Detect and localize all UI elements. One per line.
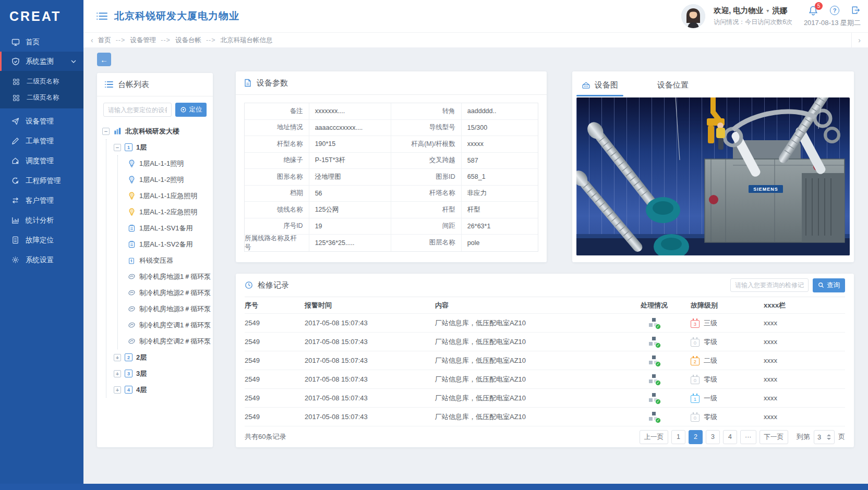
sidebar-item-home[interactable]: 首页 (0, 32, 83, 52)
breadcrumb-forward-icon[interactable]: › (858, 36, 861, 44)
table-row: 2549 2017-05-08 15:07:43 厂站信息库，低压配电室AZ10… (245, 333, 845, 351)
list-menu-icon[interactable] (97, 12, 107, 20)
next-page-button[interactable]: 下一页 (760, 430, 789, 444)
breadcrumb-item-device-ledger[interactable]: 设备台帐 (175, 36, 201, 45)
tree-leaf[interactable]: 制冷机房地源1＃循环泵 (127, 268, 209, 285)
tree-leaf[interactable]: 1层AL-1-1应急照明 (127, 188, 209, 204)
sidebar-submenu: 二级页名称 二级页名称 (0, 71, 83, 108)
expand-toggle[interactable]: + (114, 354, 121, 361)
floor-icon: 4 (125, 386, 132, 394)
collapse-toggle[interactable]: − (102, 128, 110, 135)
sidebar-item-label: 统计分析 (26, 216, 54, 225)
maintenance-table: 序号 报警时间 内容 处理情况 故障级别 xxxx栏 2549 2017-05-… (245, 297, 845, 426)
tree-node-floor-1[interactable]: − 1 1层 (114, 139, 209, 155)
tree-leaf[interactable]: 1层AL-1-2照明 (127, 172, 209, 188)
goto-page-stepper[interactable]: 3 (814, 430, 835, 444)
notification-bell-icon[interactable]: 5 (808, 5, 818, 16)
sidebar-item-system-settings[interactable]: 系统设置 (0, 250, 83, 270)
device-brand-label: SIEMENS (753, 187, 778, 192)
sidebar-item-system-monitor[interactable]: 系统监测 (0, 52, 83, 71)
collapse-toggle[interactable]: − (114, 144, 121, 151)
sidebar-item-fault-locate[interactable]: 故障定位 (0, 230, 83, 250)
process-status-icon: ✓ (649, 318, 659, 328)
maintenance-search-input[interactable] (730, 278, 809, 292)
breadcrumb-item-home[interactable]: 首页 (98, 36, 111, 45)
avatar[interactable] (681, 4, 705, 28)
bottom-bar (0, 484, 868, 490)
tree-node-floor-3[interactable]: + 3 3层 (114, 365, 209, 382)
sidebar-item-label: 设备管理 (26, 117, 54, 126)
tree-leaf[interactable]: 1层AL-1-SV1备用 (127, 220, 209, 236)
ellipsis-button[interactable]: ··· (740, 430, 756, 444)
process-status-icon: ✓ (649, 412, 659, 422)
panel-title: 检修记录 (258, 280, 289, 290)
notification-badge: 5 (815, 2, 823, 10)
tree-leaf[interactable]: 1层AL-1-1照明 (127, 155, 209, 172)
page-button-2-active[interactable]: 2 (689, 430, 703, 444)
tab-device-image[interactable]: 设备图 (576, 80, 623, 96)
page-button-1[interactable]: 1 (671, 430, 685, 444)
expand-toggle[interactable]: + (114, 370, 121, 377)
tree-node-floor-4[interactable]: + 4 4层 (114, 382, 209, 398)
process-status-icon: ✓ (649, 337, 659, 347)
breadcrumb-item-current: 北京科瑞台帐信息 (221, 36, 273, 45)
tree-leaf[interactable]: 制冷机房地源3＃循环泵 (127, 301, 209, 317)
back-button[interactable]: ← (97, 53, 111, 66)
tree-node-root[interactable]: − 北京科锐研发大楼 (102, 123, 209, 139)
breadcrumb-item-device-mgmt[interactable]: 设备管理 (130, 36, 156, 45)
pump-icon (127, 273, 136, 281)
tree-leaf[interactable]: 1层AL-1-2应急照明 (127, 204, 209, 220)
user-dropdown-arrow-icon[interactable]: ▾ (766, 8, 769, 14)
sidebar-item-dispatch-mgmt[interactable]: 调度管理 (0, 151, 83, 170)
process-status-icon: ✓ (649, 374, 659, 384)
locate-button[interactable]: 定位 (175, 103, 207, 117)
page-button-4[interactable]: 4 (723, 430, 737, 444)
grid-icon (13, 78, 21, 86)
tree-leaf[interactable]: 制冷机房地源2＃循环泵 (127, 285, 209, 301)
sidebar-item-device-mgmt[interactable]: 设备管理 (0, 112, 83, 131)
bulb-icon (127, 192, 136, 200)
records-total: 共有60条记录 (245, 432, 286, 442)
breadcrumb-back-icon[interactable]: ‹ (91, 36, 93, 44)
tree-node-floor-2[interactable]: + 2 2层 (114, 349, 209, 365)
fault-level-icon: 3 (691, 320, 700, 328)
goto-prefix: 到第 (797, 432, 810, 442)
tree-leaf[interactable]: 制冷机房空调2＃循环泵 (127, 333, 209, 349)
tree-leaf[interactable]: 科锐变压器 (127, 252, 209, 268)
sidebar-item-label: 二级页名称 (27, 77, 59, 86)
page-title: 北京科锐研发大厦电力物业 (114, 9, 239, 23)
sidebar-item-label: 客户管理 (26, 196, 54, 205)
sidebar-item-statistics[interactable]: 统计分析 (0, 211, 83, 230)
paper-plane-icon (11, 117, 20, 126)
tab-device-location[interactable]: 设备位置 (652, 80, 694, 96)
sidebar: CREAT 首页 系统监测 二级页名称 二级页名称 设备管理 工单管理 调度管理 (0, 0, 83, 490)
sidebar-item-workorder-mgmt[interactable]: 工单管理 (0, 131, 83, 151)
query-button[interactable]: 查询 (813, 278, 845, 292)
swap-arrows-icon (11, 197, 20, 205)
sidebar-item-customer-mgmt[interactable]: 客户管理 (0, 191, 83, 210)
fault-level-icon: 2 (691, 358, 700, 365)
transformer-icon (127, 256, 136, 265)
sidebar-subitem-secondary-page-2[interactable]: 二级页名称 (0, 90, 83, 106)
device-locate-input[interactable] (103, 103, 172, 117)
help-icon[interactable]: ? (830, 6, 839, 15)
home-building-icon (11, 157, 20, 165)
pump-icon (127, 321, 136, 329)
breadcrumb-separator: --> (116, 36, 126, 44)
prev-page-button[interactable]: 上一页 (640, 430, 669, 444)
ledger-list-panel: 台帐列表 定位 − 北京科锐研发大楼 − 1 (97, 73, 213, 447)
tree-leaf[interactable]: 1层AL-1-SV2备用 (127, 236, 209, 252)
engineer-icon (11, 177, 20, 185)
tree-node-label: 4层 (136, 385, 147, 395)
username[interactable]: 洪娜 (772, 6, 787, 16)
tree-node-label: 2层 (136, 353, 147, 362)
page-button-3[interactable]: 3 (706, 430, 720, 444)
sidebar-item-label: 调度管理 (26, 156, 54, 166)
panel-title: 台帐列表 (118, 80, 149, 90)
sidebar-item-engineer-mgmt[interactable]: 工程师管理 (0, 171, 83, 190)
expand-toggle[interactable]: + (114, 386, 121, 394)
tree-leaf[interactable]: 制冷机房空调1＃循环泵 (127, 317, 209, 333)
logout-icon[interactable] (851, 5, 861, 15)
sidebar-subitem-secondary-page-1[interactable]: 二级页名称 (0, 74, 83, 90)
fault-level-icon: 1 (691, 395, 700, 403)
